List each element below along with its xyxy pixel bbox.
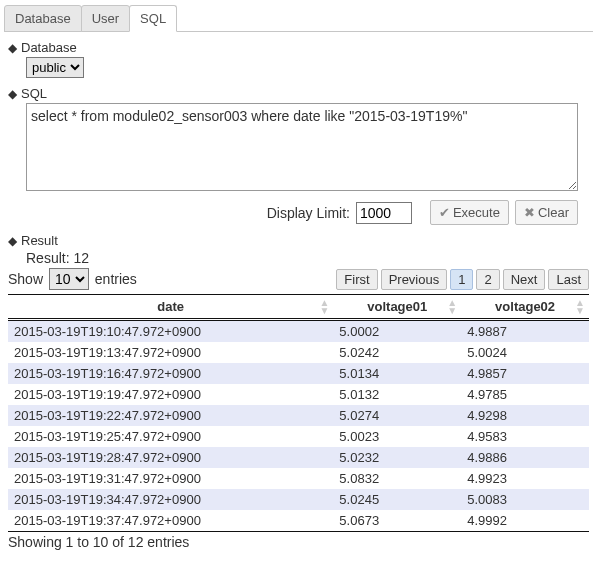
cell-voltage02: 5.0083: [461, 489, 589, 510]
col-voltage02-header[interactable]: voltage02▲▼: [461, 295, 589, 320]
section-database-title: Database: [21, 40, 77, 55]
cell-voltage02: 4.9857: [461, 363, 589, 384]
database-select[interactable]: public: [26, 57, 84, 78]
sort-icon: ▲▼: [319, 299, 329, 315]
cell-voltage02: 4.9992: [461, 510, 589, 531]
table-row: 2015-03-19T19:25:47.972+09005.00234.9583: [8, 426, 589, 447]
section-sql-title: SQL: [21, 86, 47, 101]
tab-user[interactable]: User: [81, 5, 130, 32]
cell-voltage02: 5.0024: [461, 342, 589, 363]
table-row: 2015-03-19T19:31:47.972+09005.08324.9923: [8, 468, 589, 489]
cell-voltage02: 4.9886: [461, 447, 589, 468]
section-result: ◆ Result Result: 12 Show 10 entries Firs…: [8, 233, 589, 550]
pager: First Previous 1 2 Next Last: [336, 269, 589, 290]
table-row: 2015-03-19T19:10:47.972+09005.00024.9887: [8, 320, 589, 343]
cell-voltage02: 4.9583: [461, 426, 589, 447]
cell-date: 2015-03-19T19:19:47.972+0900: [8, 384, 333, 405]
pager-page-2[interactable]: 2: [476, 269, 499, 290]
table-row: 2015-03-19T19:37:47.972+09005.06734.9992: [8, 510, 589, 531]
cell-voltage01: 5.0245: [333, 489, 461, 510]
diamond-icon: ◆: [8, 42, 17, 54]
execute-button[interactable]: ✔Execute: [430, 200, 509, 225]
diamond-icon: ◆: [8, 88, 17, 100]
sort-icon: ▲▼: [575, 299, 585, 315]
cell-voltage01: 5.0023: [333, 426, 461, 447]
table-row: 2015-03-19T19:22:47.972+09005.02744.9298: [8, 405, 589, 426]
length-control: Show 10 entries: [8, 268, 137, 290]
cell-voltage01: 5.0242: [333, 342, 461, 363]
diamond-icon: ◆: [8, 235, 17, 247]
cell-date: 2015-03-19T19:28:47.972+0900: [8, 447, 333, 468]
check-icon: ✔: [439, 205, 450, 220]
section-database: ◆ Database public: [8, 40, 589, 78]
pager-next[interactable]: Next: [503, 269, 546, 290]
display-limit-label: Display Limit:: [267, 205, 350, 221]
cell-date: 2015-03-19T19:22:47.972+0900: [8, 405, 333, 426]
section-sql: ◆ SQL select * from module02_sensor003 w…: [8, 86, 589, 225]
pager-first[interactable]: First: [336, 269, 377, 290]
cell-date: 2015-03-19T19:10:47.972+0900: [8, 320, 333, 343]
cell-voltage01: 5.0832: [333, 468, 461, 489]
table-row: 2015-03-19T19:19:47.972+09005.01324.9785: [8, 384, 589, 405]
cell-voltage01: 5.0232: [333, 447, 461, 468]
length-select[interactable]: 10: [49, 268, 89, 290]
sort-icon: ▲▼: [447, 299, 457, 315]
tab-sql[interactable]: SQL: [129, 5, 177, 32]
sql-textarea[interactable]: select * from module02_sensor003 where d…: [26, 103, 578, 191]
cell-voltage01: 5.0132: [333, 384, 461, 405]
clear-button[interactable]: ✖Clear: [515, 200, 578, 225]
cell-voltage02: 4.9887: [461, 320, 589, 343]
cell-date: 2015-03-19T19:31:47.972+0900: [8, 468, 333, 489]
pager-last[interactable]: Last: [548, 269, 589, 290]
cell-voltage01: 5.0673: [333, 510, 461, 531]
display-limit-input[interactable]: [356, 202, 412, 224]
close-icon: ✖: [524, 205, 535, 220]
table-row: 2015-03-19T19:13:47.972+09005.02425.0024: [8, 342, 589, 363]
pager-previous[interactable]: Previous: [381, 269, 448, 290]
table-row: 2015-03-19T19:34:47.972+09005.02455.0083: [8, 489, 589, 510]
col-voltage01-header[interactable]: voltage01▲▼: [333, 295, 461, 320]
cell-date: 2015-03-19T19:25:47.972+0900: [8, 426, 333, 447]
show-label-prefix: Show: [8, 271, 43, 287]
cell-voltage01: 5.0002: [333, 320, 461, 343]
result-count: Result: 12: [26, 250, 589, 266]
col-date-header[interactable]: date▲▼: [8, 295, 333, 320]
cell-voltage01: 5.0134: [333, 363, 461, 384]
result-table: date▲▼ voltage01▲▼ voltage02▲▼ 2015-03-1…: [8, 294, 589, 531]
cell-voltage01: 5.0274: [333, 405, 461, 426]
cell-voltage02: 4.9923: [461, 468, 589, 489]
show-label-suffix: entries: [95, 271, 137, 287]
cell-date: 2015-03-19T19:16:47.972+0900: [8, 363, 333, 384]
cell-date: 2015-03-19T19:37:47.972+0900: [8, 510, 333, 531]
section-result-title: Result: [21, 233, 58, 248]
cell-voltage02: 4.9298: [461, 405, 589, 426]
cell-date: 2015-03-19T19:34:47.972+0900: [8, 489, 333, 510]
tab-database[interactable]: Database: [4, 5, 82, 32]
table-row: 2015-03-19T19:16:47.972+09005.01344.9857: [8, 363, 589, 384]
cell-date: 2015-03-19T19:13:47.972+0900: [8, 342, 333, 363]
cell-voltage02: 4.9785: [461, 384, 589, 405]
table-row: 2015-03-19T19:28:47.972+09005.02324.9886: [8, 447, 589, 468]
pager-page-1[interactable]: 1: [450, 269, 473, 290]
table-info: Showing 1 to 10 of 12 entries: [8, 531, 589, 550]
tab-bar: Database User SQL: [4, 4, 593, 32]
